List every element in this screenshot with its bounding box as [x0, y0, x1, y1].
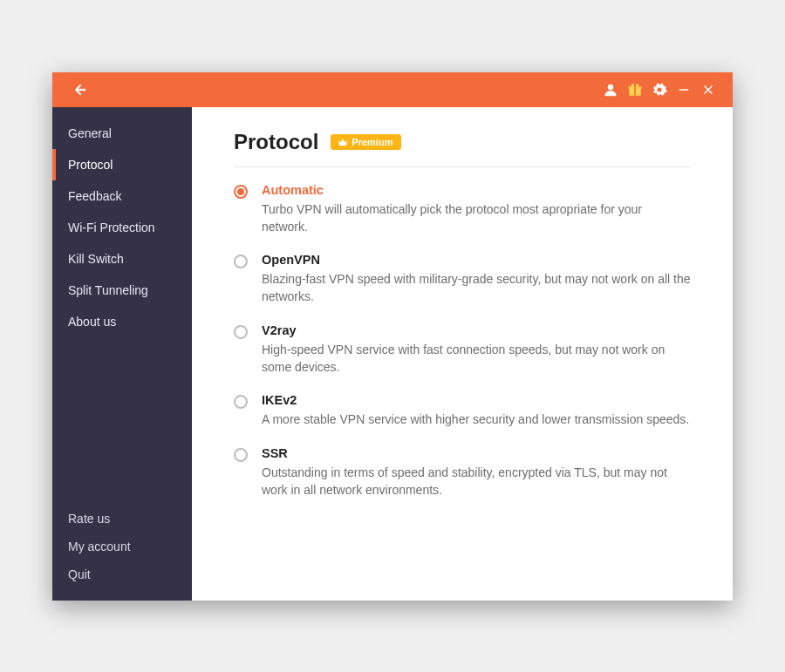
option-body: SSROutstanding in terms of speed and sta…: [262, 446, 691, 499]
sidebar-item-label: About us: [68, 315, 116, 329]
sidebar-item-wifi-protection[interactable]: Wi-Fi Protection: [52, 212, 192, 243]
radio-icon[interactable]: [234, 185, 248, 199]
option-title: Automatic: [262, 183, 691, 197]
option-title: SSR: [262, 446, 691, 460]
option-description: Outstanding in terms of speed and stabil…: [262, 464, 691, 499]
radio-icon[interactable]: [234, 325, 248, 339]
option-title: IKEv2: [262, 393, 691, 407]
sidebar-item-label: Quit: [68, 567, 91, 581]
premium-label: Premium: [352, 136, 392, 148]
option-body: AutomaticTurbo VPN will automatically pi…: [262, 183, 691, 236]
sidebar-item-label: Rate us: [68, 512, 110, 526]
sidebar-item-my-account[interactable]: My account: [52, 533, 192, 560]
option-description: Turbo VPN will automatically pick the pr…: [262, 200, 691, 236]
page-title: Protocol: [234, 130, 318, 154]
gift-icon[interactable]: [623, 78, 647, 102]
sidebar-item-protocol[interactable]: Protocol: [52, 149, 192, 180]
option-body: V2rayHigh-speed VPN service with fast co…: [262, 323, 691, 377]
sidebar-item-label: My account: [68, 540, 131, 553]
sidebar-item-label: Wi-Fi Protection: [68, 221, 155, 234]
crown-icon: [338, 138, 348, 146]
protocol-option[interactable]: AutomaticTurbo VPN will automatically pi…: [234, 183, 691, 236]
protocol-option[interactable]: V2rayHigh-speed VPN service with fast co…: [234, 323, 691, 377]
option-body: IKEv2A more stable VPN service with high…: [262, 393, 691, 428]
option-description: Blazing-fast VPN speed with military-gra…: [262, 270, 691, 306]
account-icon[interactable]: [598, 78, 623, 102]
page-header: Protocol Premium: [234, 130, 691, 167]
sidebar-item-quit[interactable]: Quit: [52, 560, 192, 588]
svg-point-0: [608, 85, 613, 90]
settings-icon[interactable]: [647, 78, 672, 102]
app-window: General Protocol Feedback Wi-Fi Protecti…: [52, 72, 733, 601]
sidebar-bottom: Rate us My account Quit: [52, 505, 192, 601]
window-body: General Protocol Feedback Wi-Fi Protecti…: [52, 107, 733, 601]
option-description: High-speed VPN service with fast connect…: [262, 341, 691, 377]
back-button[interactable]: [68, 78, 92, 102]
sidebar-item-kill-switch[interactable]: Kill Switch: [52, 243, 192, 275]
option-description: A more stable VPN service with higher se…: [262, 411, 691, 428]
titlebar: [52, 72, 733, 107]
option-body: OpenVPNBlazing-fast VPN speed with milit…: [262, 253, 691, 306]
sidebar-item-label: Feedback: [68, 189, 121, 203]
sidebar-item-about-us[interactable]: About us: [52, 306, 192, 337]
sidebar: General Protocol Feedback Wi-Fi Protecti…: [52, 107, 192, 601]
radio-icon[interactable]: [234, 255, 248, 268]
option-title: V2ray: [262, 323, 691, 337]
sidebar-item-label: Protocol: [68, 158, 113, 172]
svg-point-4: [631, 83, 635, 86]
protocol-option[interactable]: IKEv2A more stable VPN service with high…: [234, 393, 691, 428]
option-title: OpenVPN: [262, 253, 691, 267]
radio-icon[interactable]: [234, 395, 248, 409]
sidebar-item-rate-us[interactable]: Rate us: [52, 505, 192, 533]
sidebar-item-feedback[interactable]: Feedback: [52, 180, 192, 212]
protocol-option[interactable]: SSROutstanding in terms of speed and sta…: [234, 446, 691, 499]
sidebar-item-label: General: [68, 126, 112, 140]
sidebar-item-split-tunneling[interactable]: Split Tunneling: [52, 275, 192, 306]
svg-point-5: [636, 83, 639, 86]
protocol-options: AutomaticTurbo VPN will automatically pi…: [234, 183, 691, 499]
sidebar-item-label: Kill Switch: [68, 252, 124, 266]
premium-badge: Premium: [331, 134, 401, 150]
content-area: Protocol Premium AutomaticTurbo VPN will…: [192, 107, 733, 601]
minimize-button[interactable]: [672, 78, 696, 102]
sidebar-item-general[interactable]: General: [52, 118, 192, 149]
svg-rect-3: [634, 86, 636, 96]
sidebar-item-label: Split Tunneling: [68, 283, 148, 297]
radio-icon[interactable]: [234, 448, 248, 462]
protocol-option[interactable]: OpenVPNBlazing-fast VPN speed with milit…: [234, 253, 691, 306]
close-button[interactable]: [696, 78, 720, 102]
